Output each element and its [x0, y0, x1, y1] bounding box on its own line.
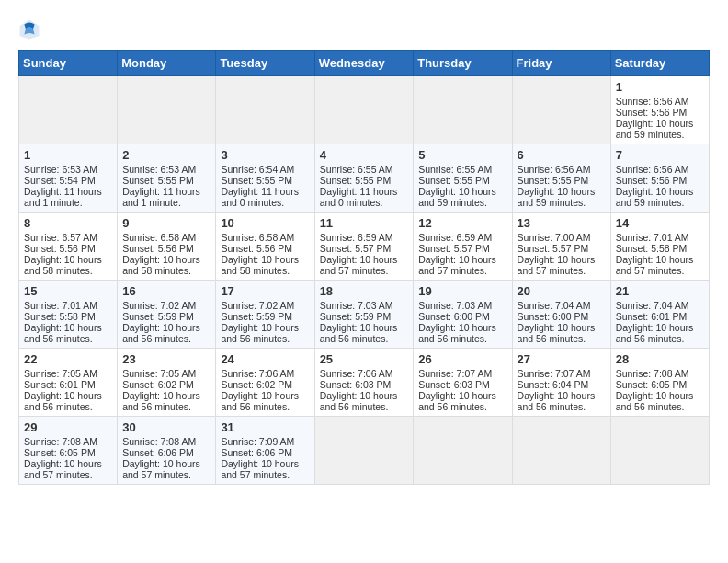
day-info: Sunrise: 6:58 AMSunset: 5:56 PMDaylight:…: [221, 232, 299, 276]
day-number: 22: [24, 352, 112, 366]
calendar-cell: 19Sunrise: 7:03 AMSunset: 6:00 PMDayligh…: [414, 281, 512, 349]
day-info: Sunrise: 6:53 AMSunset: 5:55 PMDaylight:…: [122, 164, 200, 208]
day-number: 1: [616, 80, 704, 94]
calendar-cell: 25Sunrise: 7:06 AMSunset: 6:03 PMDayligh…: [314, 349, 414, 417]
day-number: 24: [221, 352, 309, 366]
day-info: Sunrise: 6:56 AMSunset: 5:55 PMDaylight:…: [518, 164, 596, 208]
day-info: Sunrise: 7:07 AMSunset: 6:04 PMDaylight:…: [518, 368, 596, 412]
calendar-cell: 1Sunrise: 6:53 AMSunset: 5:54 PMDaylight…: [19, 144, 118, 213]
logo: [18, 18, 44, 40]
day-info: Sunrise: 7:05 AMSunset: 6:01 PMDaylight:…: [24, 368, 102, 412]
day-number: 28: [616, 352, 704, 366]
day-number: 11: [320, 216, 409, 230]
calendar-day-header: Thursday: [414, 51, 512, 76]
calendar-cell: 24Sunrise: 7:06 AMSunset: 6:02 PMDayligh…: [216, 349, 314, 417]
calendar-cell: [118, 76, 216, 144]
day-info: Sunrise: 6:54 AMSunset: 5:55 PMDaylight:…: [221, 164, 299, 208]
calendar-cell: 31Sunrise: 7:09 AMSunset: 6:06 PMDayligh…: [216, 417, 314, 485]
calendar-cell: [216, 76, 314, 144]
day-info: Sunrise: 7:04 AMSunset: 6:01 PMDaylight:…: [616, 300, 694, 344]
calendar-cell: 27Sunrise: 7:07 AMSunset: 6:04 PMDayligh…: [512, 349, 610, 417]
day-info: Sunrise: 6:55 AMSunset: 5:55 PMDaylight:…: [320, 164, 398, 208]
day-number: 16: [122, 284, 210, 298]
day-number: 30: [122, 420, 210, 434]
calendar-cell: 3Sunrise: 6:54 AMSunset: 5:55 PMDaylight…: [216, 144, 314, 213]
calendar-cell: 15Sunrise: 7:01 AMSunset: 5:58 PMDayligh…: [19, 281, 118, 349]
calendar-cell: 2Sunrise: 6:53 AMSunset: 5:55 PMDaylight…: [118, 144, 216, 213]
calendar-cell: 7Sunrise: 6:56 AMSunset: 5:56 PMDaylight…: [610, 144, 709, 213]
day-number: 31: [221, 420, 309, 434]
calendar-cell: 13Sunrise: 7:00 AMSunset: 5:57 PMDayligh…: [512, 213, 610, 281]
day-number: 26: [418, 352, 506, 366]
day-number: 1: [24, 148, 112, 162]
day-number: 6: [518, 148, 606, 162]
calendar-cell: [414, 417, 512, 485]
day-info: Sunrise: 7:01 AMSunset: 5:58 PMDaylight:…: [616, 232, 694, 276]
day-info: Sunrise: 7:06 AMSunset: 6:02 PMDaylight:…: [221, 368, 299, 412]
day-info: Sunrise: 7:06 AMSunset: 6:03 PMDaylight:…: [320, 368, 398, 412]
calendar-day-header: Tuesday: [216, 51, 314, 76]
day-info: Sunrise: 7:07 AMSunset: 6:03 PMDaylight:…: [418, 368, 496, 412]
day-info: Sunrise: 7:08 AMSunset: 6:05 PMDaylight:…: [616, 368, 694, 412]
day-info: Sunrise: 7:04 AMSunset: 6:00 PMDaylight:…: [518, 300, 596, 344]
calendar-cell: [314, 417, 414, 485]
day-info: Sunrise: 6:56 AMSunset: 5:56 PMDaylight:…: [616, 96, 694, 140]
calendar-day-header: Monday: [118, 51, 216, 76]
day-number: 20: [518, 284, 606, 298]
day-info: Sunrise: 7:03 AMSunset: 5:59 PMDaylight:…: [320, 300, 398, 344]
day-number: 23: [122, 352, 210, 366]
calendar-cell: 28Sunrise: 7:08 AMSunset: 6:05 PMDayligh…: [610, 349, 709, 417]
calendar-cell: 30Sunrise: 7:08 AMSunset: 6:06 PMDayligh…: [118, 417, 216, 485]
calendar-cell: 17Sunrise: 7:02 AMSunset: 5:59 PMDayligh…: [216, 281, 314, 349]
calendar-cell: 16Sunrise: 7:02 AMSunset: 5:59 PMDayligh…: [118, 281, 216, 349]
calendar-week-row: 22Sunrise: 7:05 AMSunset: 6:01 PMDayligh…: [19, 349, 710, 417]
day-number: 4: [320, 148, 409, 162]
day-number: 5: [418, 148, 506, 162]
calendar-week-row: 1Sunrise: 6:53 AMSunset: 5:54 PMDaylight…: [19, 144, 710, 213]
calendar-cell: 12Sunrise: 6:59 AMSunset: 5:57 PMDayligh…: [414, 213, 512, 281]
day-number: 21: [616, 284, 704, 298]
day-info: Sunrise: 6:55 AMSunset: 5:55 PMDaylight:…: [418, 164, 496, 208]
calendar-cell: 8Sunrise: 6:57 AMSunset: 5:56 PMDaylight…: [19, 213, 118, 281]
calendar-cell: 4Sunrise: 6:55 AMSunset: 5:55 PMDaylight…: [314, 144, 414, 213]
calendar-cell: 22Sunrise: 7:05 AMSunset: 6:01 PMDayligh…: [19, 349, 118, 417]
day-number: 27: [518, 352, 606, 366]
calendar-cell: 14Sunrise: 7:01 AMSunset: 5:58 PMDayligh…: [610, 213, 709, 281]
calendar-cell: 23Sunrise: 7:05 AMSunset: 6:02 PMDayligh…: [118, 349, 216, 417]
day-info: Sunrise: 6:57 AMSunset: 5:56 PMDaylight:…: [24, 232, 102, 276]
day-info: Sunrise: 7:01 AMSunset: 5:58 PMDaylight:…: [24, 300, 102, 344]
day-number: 17: [221, 284, 309, 298]
logo-icon: [18, 18, 40, 40]
calendar-week-row: 15Sunrise: 7:01 AMSunset: 5:58 PMDayligh…: [19, 281, 710, 349]
calendar-cell: 21Sunrise: 7:04 AMSunset: 6:01 PMDayligh…: [610, 281, 709, 349]
calendar-week-row: 8Sunrise: 6:57 AMSunset: 5:56 PMDaylight…: [19, 213, 710, 281]
day-number: 29: [24, 420, 112, 434]
page-header: [18, 18, 710, 40]
calendar-day-header: Sunday: [19, 51, 118, 76]
day-info: Sunrise: 7:08 AMSunset: 6:05 PMDaylight:…: [24, 436, 102, 480]
calendar-cell: [314, 76, 414, 144]
day-info: Sunrise: 6:53 AMSunset: 5:54 PMDaylight:…: [24, 164, 102, 208]
day-info: Sunrise: 7:02 AMSunset: 5:59 PMDaylight:…: [122, 300, 200, 344]
calendar-cell: 1Sunrise: 6:56 AMSunset: 5:56 PMDaylight…: [610, 76, 709, 144]
day-info: Sunrise: 7:02 AMSunset: 5:59 PMDaylight:…: [221, 300, 299, 344]
day-number: 15: [24, 284, 112, 298]
day-info: Sunrise: 6:56 AMSunset: 5:56 PMDaylight:…: [616, 164, 694, 208]
calendar-day-header: Wednesday: [314, 51, 414, 76]
day-info: Sunrise: 7:03 AMSunset: 6:00 PMDaylight:…: [418, 300, 496, 344]
day-number: 13: [518, 216, 606, 230]
day-info: Sunrise: 6:58 AMSunset: 5:56 PMDaylight:…: [122, 232, 200, 276]
calendar-cell: 18Sunrise: 7:03 AMSunset: 5:59 PMDayligh…: [314, 281, 414, 349]
day-number: 14: [616, 216, 704, 230]
day-number: 10: [221, 216, 309, 230]
calendar-cell: 26Sunrise: 7:07 AMSunset: 6:03 PMDayligh…: [414, 349, 512, 417]
calendar-cell: 20Sunrise: 7:04 AMSunset: 6:00 PMDayligh…: [512, 281, 610, 349]
day-number: 25: [320, 352, 409, 366]
calendar-day-header: Friday: [512, 51, 610, 76]
calendar-cell: 9Sunrise: 6:58 AMSunset: 5:56 PMDaylight…: [118, 213, 216, 281]
calendar-header-row: SundayMondayTuesdayWednesdayThursdayFrid…: [19, 51, 710, 76]
day-number: 12: [418, 216, 506, 230]
calendar-table: SundayMondayTuesdayWednesdayThursdayFrid…: [18, 50, 710, 485]
calendar-week-row: 29Sunrise: 7:08 AMSunset: 6:05 PMDayligh…: [19, 417, 710, 485]
day-number: 8: [24, 216, 112, 230]
